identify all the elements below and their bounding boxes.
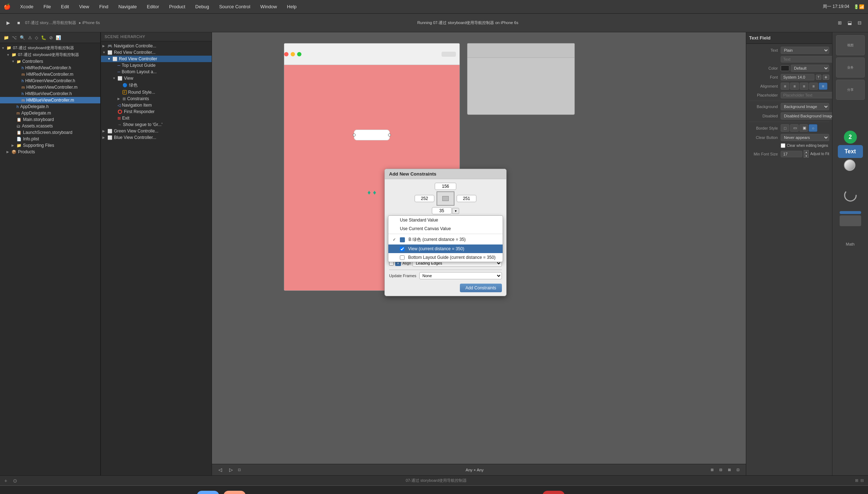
- tree-item-hmred-m[interactable]: m HMRedViewController.m: [0, 71, 100, 78]
- nav-issue-icon[interactable]: ⚠: [27, 34, 33, 41]
- outline-exit[interactable]: ⊠ Exit: [101, 115, 212, 121]
- text-button[interactable]: Text: [838, 145, 863, 158]
- status-nav-icon[interactable]: ⊙: [13, 478, 17, 484]
- navigator-toggle[interactable]: ⊞: [836, 19, 844, 27]
- dropdown-view-option[interactable]: View (current distance = 350): [388, 244, 503, 253]
- constraints-left-input[interactable]: [415, 195, 434, 202]
- util-color-select[interactable]: Default: [791, 65, 829, 72]
- tree-item-products[interactable]: ▶ 📦 Products: [0, 149, 100, 155]
- dock-red-app[interactable]: 🎯: [542, 491, 565, 494]
- tree-item-infoplist[interactable]: 📄 Info.plist: [0, 136, 100, 142]
- constraints-bottom-input[interactable]: [432, 207, 452, 214]
- layout-icon-4[interactable]: ⊡: [734, 466, 742, 473]
- outline-red-controller[interactable]: ▼ ⬜ Red View Controller...: [101, 49, 212, 56]
- minfont-up-btn[interactable]: ▲: [804, 150, 809, 154]
- dock-wrench[interactable]: 🔧: [596, 491, 618, 494]
- util-disabled-select[interactable]: Disabled Background Image: [781, 112, 832, 120]
- outline-blue-controller[interactable]: ▶ ⬜ Blue View Controller...: [101, 134, 212, 141]
- outline-bottom-layout[interactable]: ─ Bottom Layout a...: [101, 69, 212, 75]
- menu-xcode[interactable]: Xcode: [18, 3, 36, 10]
- minfont-down-btn[interactable]: ▼: [804, 154, 809, 158]
- outline-nav-controller[interactable]: ▶ 🎮 Navigation Controlle...: [101, 43, 212, 49]
- tree-item-assets[interactable]: 🗂 Assets.xcassets: [0, 123, 100, 129]
- tree-item-root[interactable]: ▼ 📁 07-通过 storyboard使用导航控制器: [0, 45, 100, 51]
- right-extra-item-2[interactable]: 业务: [836, 57, 865, 78]
- storyboard-nav-next[interactable]: ▷: [227, 466, 235, 474]
- font-stepper-btn[interactable]: ⊕: [823, 75, 829, 80]
- tree-item-appdelegate-m[interactable]: m AppDelegate.m: [0, 110, 100, 116]
- apple-menu[interactable]: 🍎: [4, 3, 11, 10]
- update-frames-select[interactable]: None: [419, 272, 502, 279]
- nav-debug-icon[interactable]: 🐛: [40, 34, 47, 41]
- dropdown-view-checkbox[interactable]: [400, 247, 405, 251]
- add-constraints-button[interactable]: Add Constraints: [460, 284, 502, 292]
- menu-edit[interactable]: Edit: [59, 3, 71, 10]
- border-bezel-btn[interactable]: ▣: [799, 124, 808, 132]
- dock-settings[interactable]: ⚙: [356, 491, 379, 494]
- constraints-right-input[interactable]: [457, 195, 476, 202]
- layout-icon-2[interactable]: ⊟: [717, 466, 724, 473]
- dock-mouse[interactable]: 🖱: [277, 491, 299, 494]
- menu-help[interactable]: Help: [285, 3, 299, 10]
- menu-product[interactable]: Product: [167, 3, 188, 10]
- status-add-icon[interactable]: +: [4, 478, 7, 484]
- dropdown-standard-value[interactable]: Use Standard Value: [388, 216, 503, 224]
- layout-icon-1[interactable]: ⊞: [708, 466, 716, 473]
- dock-finder[interactable]: 🔍: [197, 491, 219, 494]
- dock-vm[interactable]: 🖥: [436, 491, 458, 494]
- dock-toolbox[interactable]: 🧰: [489, 491, 512, 494]
- dock-mobile[interactable]: 📱: [622, 491, 645, 494]
- dock-launchpad[interactable]: 🚀: [223, 491, 246, 494]
- outline-red-vc[interactable]: ▼ ⬜ Red View Controller: [101, 56, 212, 62]
- dropdown-canvas-value[interactable]: Use Current Canvas Value: [388, 224, 503, 233]
- menu-editor[interactable]: Editor: [145, 3, 161, 10]
- util-minfont-input[interactable]: [781, 151, 802, 157]
- color-swatch[interactable]: [781, 65, 789, 71]
- outline-luse[interactable]: 🔵 绿色: [101, 81, 212, 89]
- util-bg-select[interactable]: Background Image: [781, 103, 829, 110]
- dock-notes[interactable]: 📝: [383, 491, 405, 494]
- storyboard-nav-prev[interactable]: ◁: [216, 466, 224, 474]
- align-right-btn[interactable]: ≡: [800, 83, 808, 90]
- dropdown-bottom-checkbox[interactable]: [400, 255, 405, 260]
- dock-files[interactable]: 📁: [463, 491, 485, 494]
- menu-window[interactable]: Window: [258, 3, 279, 10]
- util-clear-checkbox[interactable]: [781, 143, 785, 148]
- util-placeholder-input[interactable]: [781, 92, 832, 98]
- dock-trash[interactable]: 🗑: [649, 491, 671, 494]
- dock-mail[interactable]: 📮: [516, 491, 538, 494]
- dock-xcode[interactable]: 🔴: [410, 491, 432, 494]
- menu-file[interactable]: File: [41, 3, 53, 10]
- utilities-toggle[interactable]: ⊟: [855, 19, 864, 27]
- tree-item-group1[interactable]: ▼ 📁 07-通过 storyboard使用导航控制器: [0, 51, 100, 58]
- tree-item-hmgreen-h[interactable]: h HMGreenViewController.h: [0, 78, 100, 84]
- tree-item-hmblue-m[interactable]: m HMBlueViewController.m: [0, 97, 100, 103]
- align-natural-btn[interactable]: ≡: [819, 83, 827, 90]
- align-left-btn[interactable]: ≡: [781, 83, 789, 90]
- nav-symbol-icon[interactable]: 🔍: [19, 34, 26, 41]
- outline-round-style[interactable]: F Round Style...: [101, 89, 212, 95]
- tree-item-hmgreen-m[interactable]: m HMGreenViewController.m: [0, 84, 100, 90]
- outline-constraints[interactable]: ▶ ⊞ Constraints: [101, 95, 212, 102]
- right-extra-item-3[interactable]: 分享: [836, 80, 865, 100]
- dock-chart[interactable]: 📊: [569, 491, 591, 494]
- nav-test-icon[interactable]: ◇: [34, 34, 39, 41]
- menu-find[interactable]: Find: [97, 3, 110, 10]
- debug-toggle[interactable]: ⬓: [845, 19, 854, 27]
- align-center-btn[interactable]: ≡: [790, 83, 799, 90]
- stop-button[interactable]: ■: [15, 19, 22, 27]
- border-line-btn[interactable]: ▭: [790, 124, 799, 132]
- dropdown-luse-option[interactable]: ✓ B 绿色 (current distance = 35): [388, 235, 503, 244]
- storyboard-canvas[interactable]: ♦ ♦ Add New Constraints: [212, 32, 746, 464]
- outline-top-layout[interactable]: ─ Top Layout Guide: [101, 62, 212, 69]
- dropdown-bottom-layout-option[interactable]: Bottom Layout Guide (current distance = …: [388, 253, 503, 262]
- tree-item-hmred-h[interactable]: h HMRedViewController.h: [0, 65, 100, 71]
- dock-text[interactable]: ✏: [330, 491, 352, 494]
- font-t-btn[interactable]: T: [816, 75, 822, 80]
- border-round-btn[interactable]: ○: [809, 124, 817, 132]
- menu-view[interactable]: View: [77, 3, 91, 10]
- outline-nav-item[interactable]: ◁ Navigation Item: [101, 102, 212, 108]
- outline-show-segue[interactable]: → Show segue to 'Gr...': [101, 121, 212, 128]
- nav-folder-icon[interactable]: 📁: [3, 34, 10, 41]
- right-extra-item-1[interactable]: 视图: [836, 35, 865, 55]
